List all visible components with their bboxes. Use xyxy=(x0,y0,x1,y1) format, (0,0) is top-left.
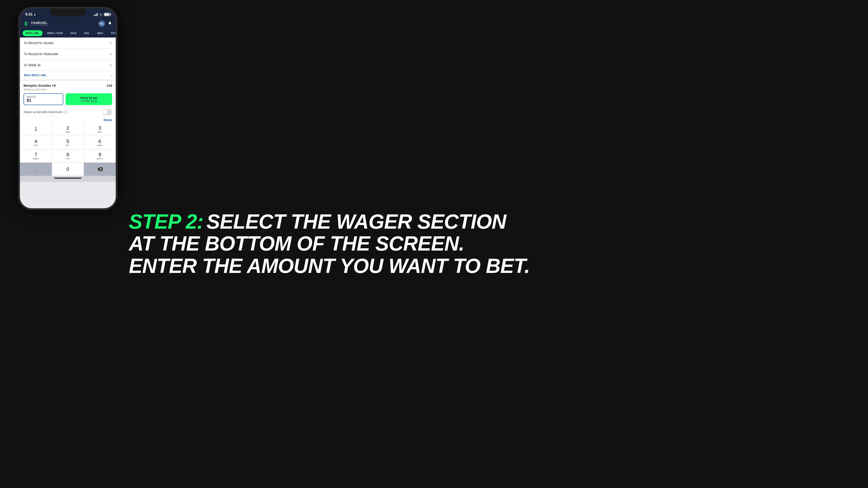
key-1[interactable]: 1 xyxy=(20,123,52,136)
done-button[interactable]: Done xyxy=(104,118,112,122)
accordion-item-assists[interactable]: To Record 6+ Assists ∨ xyxy=(20,37,116,48)
info-icon[interactable]: i xyxy=(64,110,67,114)
key-delete[interactable] xyxy=(84,163,116,176)
tab-mem-gsw[interactable]: MEM v GSW xyxy=(44,30,66,36)
home-bar xyxy=(54,177,81,179)
accordion-item-threes[interactable]: 3+ Made 3s ∨ xyxy=(20,60,116,71)
done-row: Done xyxy=(24,117,112,123)
chevron-down-icon: ∨ xyxy=(110,52,112,56)
tab-mlb[interactable]: MLB xyxy=(67,30,80,36)
bet-odds-label: -110 xyxy=(106,84,112,88)
instruction-line3: ENTER THE AMOUNT YOU WANT TO BET. xyxy=(129,255,855,277)
tab-nhl[interactable]: NHL xyxy=(81,30,93,36)
more-bos-mil-link[interactable]: More BOS v MIL › xyxy=(20,71,116,80)
always-accept-toggle[interactable] xyxy=(102,109,112,115)
place-bet-label: Place $1 bet xyxy=(81,96,97,100)
backspace-icon xyxy=(97,167,103,171)
tab-pga[interactable]: PGA TO xyxy=(108,30,116,36)
nav-tabs: BOS v MIL MEM v GSW MLB NHL NBA PGA TO xyxy=(20,29,116,37)
key-0[interactable]: 0 xyxy=(52,163,84,176)
fanduel-logo-text: FANDUEL SPORTSBOOK xyxy=(31,21,49,26)
key-4[interactable]: 4 GHI xyxy=(20,136,52,149)
key-8[interactable]: 8 TUV xyxy=(52,149,84,162)
battery-icon xyxy=(104,13,110,16)
tab-nba[interactable]: NBA xyxy=(94,30,106,36)
to-win-label: TO WIN: $0.91 xyxy=(81,100,97,102)
instruction-line1: SELECT THE WAGER SECTION xyxy=(206,210,506,233)
wifi-icon xyxy=(99,13,103,16)
instruction-line2: AT THE BOTTOM OF THE SCREEN. xyxy=(129,232,855,255)
chevron-right-icon: › xyxy=(111,73,112,77)
bet-slip: Memphis Grizzlies +8 -110 SPREAD BETTING… xyxy=(20,80,116,123)
fanduel-logo-icon xyxy=(24,21,30,27)
wager-value: $1 xyxy=(27,98,60,103)
phone-frame: 9:41 ▲ xyxy=(18,7,118,210)
accordion-item-rebounds[interactable]: To Record 8+ Rebounds ∨ xyxy=(20,48,116,60)
notification-icon[interactable] xyxy=(107,21,112,26)
chevron-down-icon: ∨ xyxy=(110,63,112,67)
wager-label: WAGER xyxy=(27,96,60,98)
signal-icon xyxy=(94,13,98,16)
toggle-knob xyxy=(103,109,107,115)
app-header: FANDUEL SPORTSBOOK RG xyxy=(20,19,116,29)
place-bet-button[interactable]: Place $1 bet TO WIN: $0.91 xyxy=(66,93,112,105)
always-accept-left: Always accept odds movements i xyxy=(24,110,67,114)
bet-type-label: SPREAD BETTING xyxy=(24,88,112,91)
status-time: 9:41 ▲ xyxy=(25,12,36,17)
numeric-keypad: 1 2 ABC 3 DEF 4 GHI xyxy=(20,123,116,176)
content-area: To Record 6+ Assists ∨ To Record 8+ Rebo… xyxy=(20,37,116,208)
wager-input[interactable]: WAGER $1 xyxy=(24,93,63,105)
key-9[interactable]: 9 WXYZ xyxy=(84,149,116,162)
phone-notch xyxy=(50,8,86,17)
instruction-panel: STEP 2: SELECT THE WAGER SECTION AT THE … xyxy=(129,211,855,277)
key-7[interactable]: 7 PQRS xyxy=(20,149,52,162)
fanduel-logo: FANDUEL SPORTSBOOK xyxy=(24,21,49,27)
phone-mockup: 9:41 ▲ xyxy=(18,7,118,210)
home-indicator xyxy=(20,176,116,182)
status-icons xyxy=(94,13,110,16)
key-6[interactable]: 6 MNO xyxy=(84,136,116,149)
key-dot[interactable]: . xyxy=(20,163,52,176)
chevron-down-icon: ∨ xyxy=(110,41,112,45)
always-accept-row: Always accept odds movements i xyxy=(24,107,112,117)
user-avatar[interactable]: RG xyxy=(98,21,105,27)
bet-team-label: Memphis Grizzlies +8 xyxy=(24,84,56,88)
key-5[interactable]: 5 JKL xyxy=(52,136,84,149)
tab-bos-mil[interactable]: BOS v MIL xyxy=(23,30,42,36)
wager-row: WAGER $1 Place $1 bet TO WIN: $0.91 xyxy=(24,93,112,105)
key-2[interactable]: 2 ABC xyxy=(52,123,84,136)
location-icon: ▲ xyxy=(33,13,36,16)
key-3[interactable]: 3 DEF xyxy=(84,123,116,136)
header-right: RG xyxy=(98,21,112,27)
time-display: 9:41 xyxy=(25,12,33,17)
step-label: STEP 2: xyxy=(129,210,204,233)
phone-screen: 9:41 ▲ xyxy=(20,8,116,208)
bet-slip-header: Memphis Grizzlies +8 -110 xyxy=(24,84,112,88)
always-accept-text: Always accept odds movements xyxy=(24,110,62,113)
